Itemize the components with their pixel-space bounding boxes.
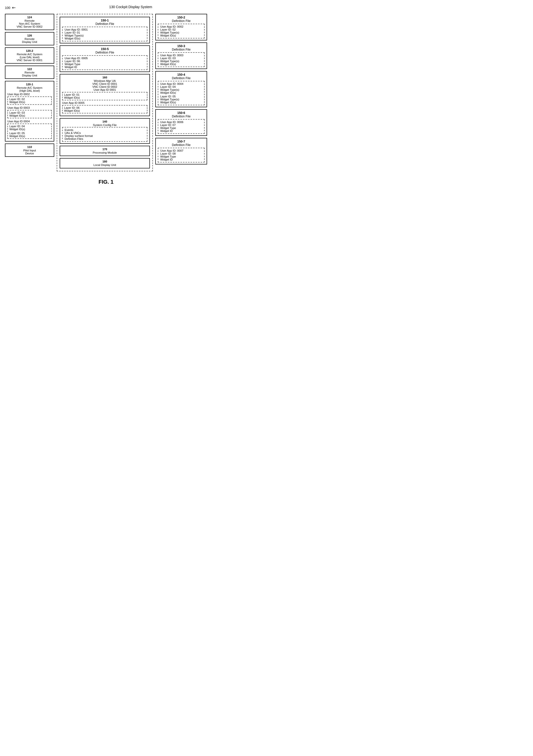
box-122-line1: Remote <box>7 71 52 74</box>
box-150-3: 150-3Definition File User App ID: 0003 L… <box>155 42 207 69</box>
box-160-vnc2: VNC Client ID 0002 <box>62 85 147 88</box>
box-150-2-title: 150-2Definition File <box>158 16 205 23</box>
box-160-vnc1: VNC Client ID 0001 <box>62 82 147 85</box>
box-120-2-id: 120-2 <box>7 49 52 52</box>
box-140-inner: Events UAs & VNCs Display surface format… <box>62 127 147 142</box>
box-150-1: 150-1Definition File User App ID: 0001 L… <box>60 17 150 43</box>
app-0004-layer1: Layer ID: 04 <box>9 125 50 128</box>
cockpit-system-label: 130 Cockpit Display System <box>54 5 207 9</box>
box-150-5: 150-5Definition File User App ID: 0005 L… <box>60 45 150 72</box>
box-126-id: 126 <box>7 34 52 37</box>
box-170: 170 Processing Module <box>60 146 150 156</box>
main-layout: 124 Remote Non-A/C System VNC Server ID … <box>5 14 207 171</box>
box-150-6: 150-6Definition File User App ID: 0006 L… <box>155 109 207 136</box>
box-150-2-inner: User App ID: 0002 Layer ID: 02 Widget Ty… <box>158 24 205 39</box>
box-110: 110 Pilot Input Device <box>5 144 54 157</box>
box-120-1-title: Remote A/C System <box>7 86 52 89</box>
box-160: 160 Windows Mgr UA VNC Client ID 0001 VN… <box>60 74 150 116</box>
box-120-1-subtitle: (High DAL level) <box>7 89 52 92</box>
box-150-2: 150-2Definition File User App ID: 0002 L… <box>155 14 207 40</box>
box-150-5-inner: User App ID: 0005 Layer ID: 06 Widget Ty… <box>62 55 147 70</box>
box-160-title: Windows Mgr UA <box>62 79 147 82</box>
box-150-3-inner: User App ID: 0003 Layer ID: 03 Widget Ty… <box>158 52 205 67</box>
app-0004-box: Layer ID: 04 Widget ID(s) Layer ID: 05 W… <box>7 123 52 139</box>
box-124-line1: Remote <box>7 19 52 22</box>
box-122-line2: Display Unit <box>7 74 52 77</box>
box-150-7: 150-7Definition File User App ID: 0007 L… <box>155 138 207 164</box>
box-160-app2-label: User App ID 0005 <box>62 101 147 104</box>
box-122: 122 Remote Display Unit <box>5 66 54 79</box>
box-120-2: 120-2 Remote A/C System (Low DAL level) … <box>5 47 54 64</box>
box-110-id: 110 <box>7 146 52 148</box>
app-0002-label: User App ID 0002 <box>7 93 52 96</box>
box-110-line1: Pilot Input <box>7 149 52 152</box>
box-120-2-line3: VNC Server ID 0001 <box>7 59 52 62</box>
box-150-6-inner: User App ID: 0006 Layer ID: 07 Widget Ty… <box>158 119 205 134</box>
box-122-id: 122 <box>7 68 52 70</box>
box-150-1-title: 150-1Definition File <box>62 19 147 26</box>
box-124-line2: Non-A/C System <box>7 22 52 25</box>
box-170-id: 170 <box>62 148 147 151</box>
box-150-7-inner: User App ID: 0007 Layer ID: 08 Widget Ty… <box>158 148 205 162</box>
box-126-line2: Display Unit <box>7 40 52 43</box>
top-row: 100 ↙ 130 Cockpit Display System <box>5 5 207 11</box>
box-150-5-title: 150-5Definition File <box>62 47 147 54</box>
main-label: 100 ↙ <box>5 5 54 10</box>
fig-label: FIG. 1 <box>5 179 207 185</box>
box-150-6-title: 150-6Definition File <box>158 111 205 118</box>
app-0003-label: User App ID 0003 <box>7 106 52 109</box>
box-150-7-title: 150-7Definition File <box>158 140 205 147</box>
box-140: 140 System Config File Events UAs & VNCs… <box>60 118 150 144</box>
box-160-app: User App ID 0001 <box>62 88 147 91</box>
box-120-1: 120-1 Remote A/C System (High DAL level)… <box>5 81 54 142</box>
right-column: 150-2Definition File User App ID: 0002 L… <box>155 14 207 164</box>
left-column: 124 Remote Non-A/C System VNC Server ID … <box>5 14 54 157</box>
top-left-spacer: 100 ↙ <box>5 5 54 11</box>
app-0003-box: Layer ID: 03 Widget ID(s) <box>7 110 52 118</box>
box-140-title: System Config File <box>62 123 147 126</box>
box-124: 124 Remote Non-A/C System VNC Server ID … <box>5 14 54 30</box>
box-120-2-line1: Remote A/C System <box>7 53 52 56</box>
center-column: 150-1Definition File User App ID: 0001 L… <box>57 14 153 171</box>
diagram-container: 100 ↙ 130 Cockpit Display System 124 Rem… <box>5 5 207 185</box>
box-124-id: 124 <box>7 16 52 19</box>
app-0002-layer: Layer ID: 02 <box>9 98 50 101</box>
box-140-id: 140 <box>62 120 147 123</box>
app-0004-widget2: Widget ID(s) <box>9 135 50 138</box>
box-180: 180 Local Display Unit <box>60 158 150 168</box>
box-126-line1: Remote <box>7 38 52 40</box>
box-150-4-title: 150-4Definition File <box>158 73 205 80</box>
box-160-id: 160 <box>62 76 147 79</box>
box-150-1-inner: User App ID: 0001 Layer ID: 01 Widget Ty… <box>62 27 147 41</box>
box-180-title: Local Display Unit <box>62 163 147 166</box>
app-0002-box: Layer ID: 02 Widget ID(s) <box>7 96 52 105</box>
box-150-4-inner: User App ID: 0004 Layer ID: 04 Widget Ty… <box>158 81 205 105</box>
box-160-inner1: Layer ID: 01 Widget ID(s) <box>62 92 147 100</box>
app-0004-layer2: Layer ID: 05 <box>9 132 50 135</box>
app-0004-widget1: Widget ID(s) <box>9 128 50 131</box>
box-160-inner2: Layer ID: 06 Widget ID(s) <box>62 105 147 113</box>
box-150-3-title: 150-3Definition File <box>158 44 205 51</box>
box-120-1-id: 120-1 <box>7 83 52 86</box>
box-120-2-line2: (Low DAL level) <box>7 56 52 59</box>
app-0003-widget: Widget ID(s) <box>9 114 50 117</box>
box-150-4: 150-4Definition File User App ID: 0004 L… <box>155 71 207 107</box>
app-0004-label: User App ID 0004 <box>7 120 52 123</box>
box-180-id: 180 <box>62 160 147 163</box>
label-100-text: 100 <box>5 6 10 10</box>
box-170-title: Processing Module <box>62 151 147 154</box>
app-0002-widget: Widget ID(s) <box>9 101 50 104</box>
box-110-line2: Device <box>7 152 52 155</box>
box-124-line3: VNC Server ID 0002 <box>7 25 52 28</box>
box-126: 126 Remote Display Unit <box>5 32 54 45</box>
app-0003-layer: Layer ID: 03 <box>9 111 50 114</box>
